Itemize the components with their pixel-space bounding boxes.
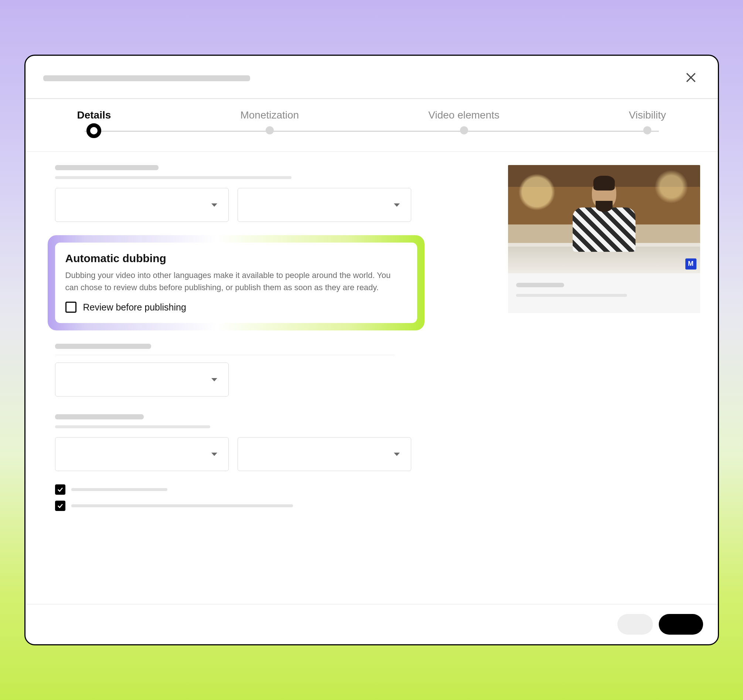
meta-line-placeholder bbox=[516, 283, 564, 287]
automatic-dubbing-highlight: Automatic dubbing Dubbing your video int… bbox=[48, 235, 425, 331]
select-row bbox=[55, 188, 490, 222]
option-checkbox-row bbox=[55, 484, 490, 495]
section-title-placeholder bbox=[55, 165, 158, 170]
chevron-down-icon bbox=[211, 204, 217, 207]
dropdown-field[interactable] bbox=[238, 437, 411, 471]
thumbnail-badge: M bbox=[685, 258, 696, 270]
step-label: Details bbox=[77, 109, 111, 121]
option-label-placeholder bbox=[71, 488, 167, 491]
checkbox-label: Review before publishing bbox=[83, 302, 186, 313]
dialog-footer bbox=[25, 604, 718, 644]
dialog-body: Automatic dubbing Dubbing your video int… bbox=[25, 152, 718, 604]
step-label: Monetization bbox=[240, 109, 299, 121]
section-title-placeholder bbox=[55, 414, 144, 419]
select-row bbox=[55, 363, 490, 397]
review-before-publishing-row: Review before publishing bbox=[65, 302, 407, 313]
section-subtitle-placeholder bbox=[55, 425, 210, 428]
chevron-down-icon bbox=[211, 378, 217, 381]
option-checkbox-row bbox=[55, 501, 490, 511]
step-details[interactable]: Details bbox=[77, 109, 111, 138]
step-dot-icon bbox=[643, 126, 651, 134]
step-monetization[interactable]: Monetization bbox=[240, 109, 299, 138]
dropdown-field[interactable] bbox=[238, 188, 411, 222]
chevron-down-icon bbox=[394, 204, 400, 207]
divider bbox=[55, 355, 395, 355]
step-visibility[interactable]: Visibility bbox=[629, 109, 666, 138]
dropdown-field[interactable] bbox=[55, 363, 229, 397]
video-thumbnail[interactable]: M bbox=[508, 165, 700, 273]
meta-line-placeholder bbox=[516, 294, 627, 297]
section-subtitle-placeholder bbox=[55, 176, 292, 179]
option-checkbox[interactable] bbox=[55, 501, 65, 511]
back-button[interactable] bbox=[617, 614, 653, 635]
card-title: Automatic dubbing bbox=[65, 252, 407, 265]
select-row bbox=[55, 437, 490, 471]
dialog-title-placeholder bbox=[43, 75, 250, 81]
option-label-placeholder bbox=[71, 504, 293, 507]
preview-meta bbox=[508, 273, 700, 313]
close-button[interactable] bbox=[682, 68, 700, 88]
check-icon bbox=[57, 486, 64, 493]
form-column: Automatic dubbing Dubbing your video int… bbox=[55, 165, 490, 595]
dropdown-field[interactable] bbox=[55, 188, 229, 222]
check-icon bbox=[57, 502, 64, 509]
step-dot-icon bbox=[266, 126, 274, 134]
next-button[interactable] bbox=[659, 614, 703, 635]
close-icon bbox=[685, 71, 697, 84]
dialog-header bbox=[25, 56, 718, 88]
automatic-dubbing-card: Automatic dubbing Dubbing your video int… bbox=[55, 242, 417, 323]
option-checkbox[interactable] bbox=[55, 484, 65, 495]
preview-column: M bbox=[508, 165, 700, 595]
card-description: Dubbing your video into other languages … bbox=[65, 269, 405, 294]
step-video-elements[interactable]: Video elements bbox=[428, 109, 500, 138]
step-label: Video elements bbox=[428, 109, 500, 121]
chevron-down-icon bbox=[211, 453, 217, 456]
step-dot-icon bbox=[86, 123, 101, 138]
step-label: Visibility bbox=[629, 109, 666, 121]
upload-dialog: Details Monetization Video elements Visi… bbox=[24, 55, 719, 645]
review-before-publishing-checkbox[interactable] bbox=[65, 302, 77, 313]
dropdown-field[interactable] bbox=[55, 437, 229, 471]
section-title-placeholder bbox=[55, 344, 151, 349]
stepper: Details Monetization Video elements Visi… bbox=[25, 99, 718, 151]
chevron-down-icon bbox=[394, 453, 400, 456]
step-dot-icon bbox=[460, 126, 468, 134]
